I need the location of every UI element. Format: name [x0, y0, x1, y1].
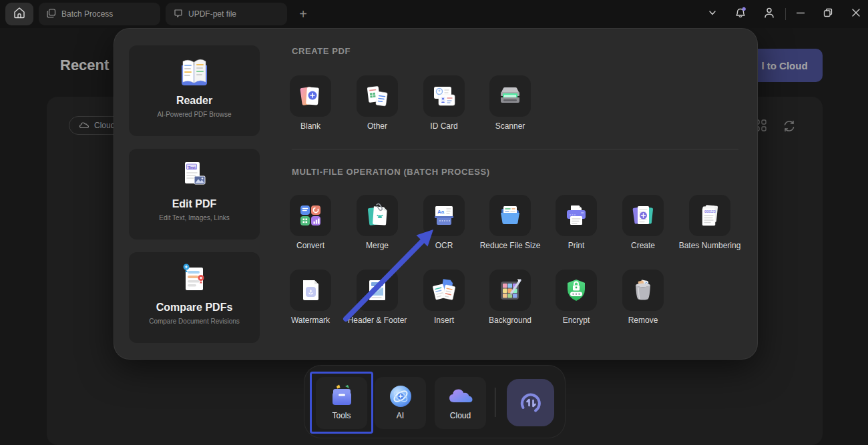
titlebar-separator: [785, 8, 786, 20]
tool-tile-reduce-file-size[interactable]: Reduce File Size: [477, 195, 544, 250]
titlebar: Batch Process UPDF-pet file +: [0, 0, 868, 28]
tile-label: Header & Footer: [348, 316, 407, 325]
tile-label: Insert: [434, 316, 454, 325]
home-button[interactable]: [5, 3, 33, 25]
restore-icon: [823, 7, 833, 21]
other-icon: [357, 75, 398, 117]
reader-book-icon: [176, 56, 212, 89]
tab-updf-pet-file[interactable]: UPDF-pet file: [166, 3, 287, 25]
new-tab-button[interactable]: +: [296, 7, 310, 21]
compare-pdfs-card[interactable]: Compare PDFs Compare Document Revisions: [129, 252, 260, 343]
card-subtitle: AI-Powered PDF Browse: [157, 111, 231, 118]
tile-label: Bates Numbering: [679, 241, 741, 250]
tool-tile-id-card[interactable]: ID Card: [411, 75, 477, 131]
tool-tile-remove[interactable]: Remove: [610, 270, 676, 325]
notifications-button[interactable]: [733, 7, 748, 21]
tool-tile-print[interactable]: Print: [543, 195, 610, 250]
window-dropdown-button[interactable]: [705, 7, 720, 21]
section-divider: [292, 149, 738, 149]
tile-label: Print: [568, 241, 585, 250]
tool-tile-other[interactable]: Other: [344, 75, 411, 131]
account-button[interactable]: [762, 7, 777, 21]
tile-label: Blank: [300, 121, 320, 131]
convert-icon: [290, 195, 331, 236]
chevron-down-icon: [708, 8, 717, 20]
tile-label: Scanner: [495, 121, 525, 131]
dock-label: AI: [397, 411, 404, 420]
svg-text:Text: Text: [188, 165, 196, 169]
recent-heading: Recent: [60, 57, 109, 74]
close-icon: [851, 7, 861, 21]
dock-label: Cloud: [450, 411, 471, 420]
tool-tile-ocr[interactable]: Aa OCR: [411, 195, 477, 250]
compare-pdfs-icon: [176, 263, 212, 296]
restore-button[interactable]: [821, 7, 835, 21]
sync-icon: [513, 386, 548, 420]
reader-card[interactable]: Reader AI-Powered PDF Browse: [129, 45, 260, 136]
dock-label: Tools: [332, 411, 351, 420]
tool-tile-insert[interactable]: Insert: [411, 270, 477, 325]
tool-tile-bates-numbering[interactable]: 000123 Bates Numbering: [676, 195, 743, 250]
dock-cloud-button[interactable]: Cloud: [435, 377, 486, 429]
tile-label: Convert: [296, 241, 324, 250]
dock-sync-button[interactable]: [507, 379, 554, 426]
insert-icon: [423, 270, 465, 311]
blank-icon: [290, 75, 331, 117]
refresh-icon: [781, 125, 797, 136]
user-icon: [763, 6, 776, 22]
minimize-button[interactable]: [793, 7, 808, 21]
tool-tile-create[interactable]: Create: [610, 195, 676, 250]
home-icon: [13, 6, 26, 22]
cloud-filter-label: Cloud: [94, 121, 115, 130]
upload-to-cloud-label: l to Cloud: [761, 60, 807, 71]
scanner-icon: [489, 75, 531, 117]
dock-tools-button[interactable]: Tools: [316, 377, 367, 429]
tab-batch-process[interactable]: Batch Process: [39, 3, 160, 25]
chat-document-icon: [174, 9, 183, 20]
tool-tile-merge[interactable]: Merge: [344, 195, 411, 250]
bell-icon: [733, 5, 748, 23]
upload-to-cloud-button[interactable]: l to Cloud: [746, 49, 823, 82]
tile-label: Watermark: [291, 316, 330, 325]
tab-label: UPDF-pet file: [188, 9, 236, 19]
batch-process-icon: [47, 9, 56, 20]
tile-label: Create: [631, 241, 655, 250]
tool-tile-scanner[interactable]: Scanner: [477, 75, 544, 131]
tile-label: Background: [489, 316, 531, 325]
merge-icon: [357, 195, 398, 236]
reduce-file-size-icon: [489, 195, 531, 236]
tool-tile-encrypt[interactable]: Encrypt: [543, 270, 610, 325]
svg-text:Aa: Aa: [437, 209, 445, 215]
tool-tile-watermark[interactable]: Watermark: [277, 270, 344, 325]
minimize-icon: [795, 7, 806, 21]
svg-text:000123: 000123: [704, 209, 716, 213]
refresh-button[interactable]: [781, 118, 797, 137]
card-subtitle: Edit Text, Images, Links: [159, 214, 229, 221]
app-window: Batch Process UPDF-pet file +: [0, 0, 868, 445]
print-icon: [556, 195, 597, 236]
ai-icon: [387, 384, 414, 409]
batch-heading: MULTI-FILE OPERATION (BATCH PROCESS): [292, 167, 490, 177]
cloud-icon: [446, 384, 475, 409]
watermark-icon: [290, 270, 331, 311]
cloud-icon: [79, 121, 89, 131]
tool-tile-convert[interactable]: Convert: [277, 195, 344, 250]
remove-icon: [622, 270, 664, 311]
tool-tile-blank[interactable]: Blank: [277, 75, 344, 131]
close-button[interactable]: [849, 7, 863, 21]
tile-label: Other: [367, 121, 387, 131]
tool-tile-header-footer[interactable]: Header & Footer: [344, 270, 411, 325]
bottom-dock: Tools AI Cloud: [304, 365, 566, 438]
card-title: Reader: [176, 95, 212, 107]
encrypt-icon: [556, 270, 597, 311]
tile-label: ID Card: [430, 121, 457, 131]
create-icon: [622, 195, 664, 236]
tool-tile-background[interactable]: Background: [477, 270, 544, 325]
tile-label: Merge: [366, 241, 389, 250]
edit-pdf-icon: Text: [176, 159, 212, 193]
edit-pdf-card[interactable]: Text Edit PDF Edit Text, Images, Links: [129, 149, 260, 240]
background-icon: [489, 270, 531, 311]
card-subtitle: Compare Document Revisions: [149, 318, 240, 325]
ocr-icon: Aa: [423, 195, 465, 236]
dock-ai-button[interactable]: AI: [375, 377, 426, 429]
